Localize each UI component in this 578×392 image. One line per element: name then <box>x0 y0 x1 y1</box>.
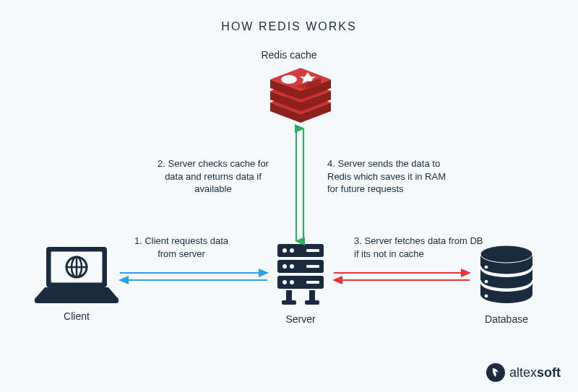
laptop-icon <box>33 245 120 305</box>
server-label: Server <box>272 313 329 325</box>
step-1-num: 1. <box>134 235 142 246</box>
step-4-body: Server sends the data to Redis which sav… <box>327 158 446 194</box>
database-label: Database <box>474 313 539 325</box>
arrow-server-database <box>329 269 474 286</box>
redis-icon <box>264 66 337 123</box>
brand-logo-icon <box>486 363 505 382</box>
arrow-server-redis <box>290 124 309 245</box>
svg-rect-30 <box>306 265 319 268</box>
svg-point-31 <box>282 280 287 284</box>
svg-rect-22 <box>309 290 315 300</box>
svg-rect-24 <box>305 300 319 305</box>
svg-point-28 <box>282 264 287 269</box>
server-node: Server <box>272 244 329 325</box>
svg-point-29 <box>290 264 294 269</box>
step-2-body: Server checks cache for data and returns… <box>165 158 269 194</box>
svg-rect-23 <box>282 300 296 305</box>
step-3-body: Server fetches data from DB if its not i… <box>354 235 483 259</box>
svg-point-6 <box>281 75 297 84</box>
brand-watermark: altexsoft <box>486 363 561 382</box>
step-1-text: 1. Client requests data from server <box>127 235 236 260</box>
svg-marker-16 <box>36 287 117 297</box>
svg-point-37 <box>485 295 488 298</box>
svg-rect-21 <box>286 290 292 300</box>
step-3-num: 3. <box>354 235 362 246</box>
step-3-text: 3. Server fetches data from DB if its no… <box>354 235 484 260</box>
client-label: Client <box>33 310 120 322</box>
brand-name: altexsoft <box>509 365 561 380</box>
redis-node <box>264 66 337 123</box>
step-4-text: 4. Server sends the data to Redis which … <box>327 157 457 196</box>
arrow-client-server <box>116 269 272 286</box>
svg-point-35 <box>485 266 488 269</box>
server-icon <box>272 244 329 308</box>
client-node: Client <box>33 245 120 322</box>
svg-rect-17 <box>35 297 118 303</box>
svg-point-32 <box>290 280 294 284</box>
step-1-body: Client requests data from server <box>144 235 228 259</box>
svg-point-36 <box>485 280 488 284</box>
diagram-title: HOW REDIS WORKS <box>0 20 578 33</box>
svg-point-26 <box>290 248 294 253</box>
redis-label: Redis cache <box>0 49 578 61</box>
step-4-num: 4. <box>327 158 335 169</box>
svg-rect-27 <box>306 249 319 252</box>
step-2-num: 2. <box>158 158 165 169</box>
svg-point-25 <box>282 248 287 253</box>
step-2-text: 2. Server checks cache for data and retu… <box>152 157 275 196</box>
svg-rect-33 <box>306 281 319 284</box>
